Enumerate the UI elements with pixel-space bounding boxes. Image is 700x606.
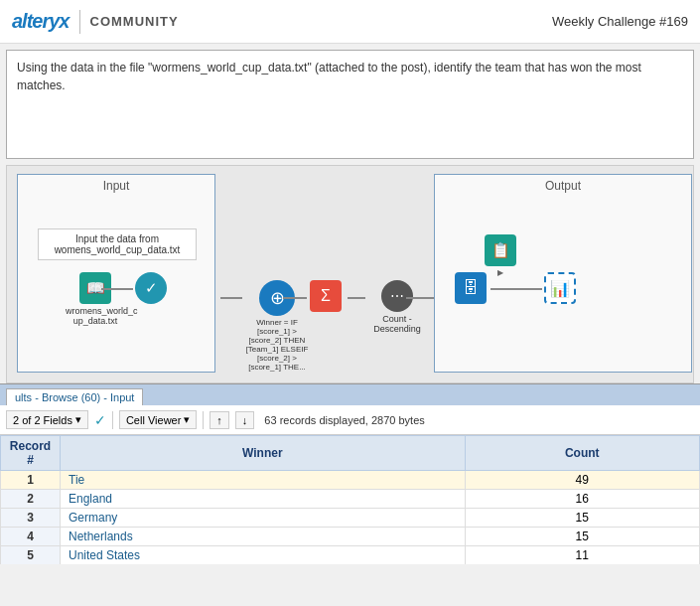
cell-record: 1 [1,471,61,490]
formula-node[interactable]: ⊕ Winner = IF [score_1] > [score_2] THEN… [242,280,312,372]
check-icon: ✓ [94,412,106,428]
connector-4 [348,297,365,299]
connector-3 [283,297,307,299]
arrow-down-icon [242,414,248,426]
record-info: 63 records displayed, 2870 bytes [264,414,424,426]
cell-winner: Tie [61,471,466,490]
input-box-title: Input [18,175,214,195]
output-box-title: Output [435,175,691,195]
sort-desc-button[interactable] [235,411,255,429]
count-label: Count - Descending [367,314,427,334]
connector-output [490,288,542,290]
connector-2 [220,297,242,299]
results-table: Record # Winner Count 1Tie492England163G… [0,435,700,564]
header-divider [79,10,80,34]
canvas-area: Input Input the data from womens_world_c… [6,165,694,383]
cell-winner: United States [61,546,466,565]
input-file-node[interactable]: 📖 wromens_world_c up_data.txt [66,272,125,326]
col-count: Count [465,436,699,471]
table-row: 1Tie49 [1,471,700,490]
cell-winner: Germany [61,509,466,528]
cell-record: 4 [1,528,61,546]
sort-asc-button[interactable] [210,411,229,429]
formula-label: Winner = IF [score_1] > [score_2] THEN [… [242,318,312,372]
description-box: Using the data in the file "wormens_worl… [6,50,694,159]
check-node[interactable]: ✓ [135,272,167,304]
header: alteryx COMMUNITY Weekly Challenge #169 [0,0,700,44]
cell-winner: England [61,490,466,509]
cell-viewer-label: Cell Viewer [126,414,181,426]
col-record: Record # [1,436,61,471]
browse-node-output[interactable]: 📋 ▶ [485,234,516,277]
fields-label: 2 of 2 Fields [13,414,72,426]
input-workflow-box: Input Input the data from womens_world_c… [17,174,215,373]
summarize-node[interactable]: Σ [310,280,342,312]
cell-viewer-dropdown[interactable]: Cell Viewer [119,410,197,429]
cell-record: 3 [1,509,61,528]
connector-1 [101,288,133,290]
fields-chevron-icon [75,413,81,426]
database-node[interactable]: 🗄 [455,272,487,304]
description-text: Using the data in the file "wormens_worl… [17,61,641,92]
arrow-up-icon [216,414,222,426]
results-tab[interactable]: ults - Browse (60) - Input [6,388,143,405]
cell-record: 2 [1,490,61,509]
cell-viewer-chevron-icon [184,413,190,426]
cell-record: 5 [1,546,61,565]
cell-count: 11 [465,546,699,565]
browse-label-output: ▶ [497,268,503,277]
table-row: 4Netherlands15 [1,528,700,546]
results-table-container: Record # Winner Count 1Tie492England163G… [0,435,700,564]
tab-bar: ults - Browse (60) - Input [0,383,700,405]
browse-output-node[interactable]: 📊 [544,272,576,304]
cell-count: 49 [465,471,699,490]
count-node[interactable]: ⋯ Count - Descending [367,280,427,334]
table-row: 3Germany15 [1,509,700,528]
output-workflow-box: Output 📋 ▶ 🗄 📊 [434,174,692,373]
table-row: 2England16 [1,490,700,509]
fields-dropdown[interactable]: 2 of 2 Fields [6,410,88,429]
cell-winner: Netherlands [61,528,466,546]
toolbar: 2 of 2 Fields ✓ Cell Viewer 63 records d… [0,405,700,435]
cell-count: 16 [465,490,699,509]
input-data-label: Input the data from womens_world_cup_dat… [38,228,197,260]
toolbar-divider [112,411,113,429]
alteryx-logo: alteryx [12,10,70,33]
input-file-label: wromens_world_c up_data.txt [66,306,125,326]
community-label: COMMUNITY [90,14,179,29]
toolbar-divider-2 [203,411,204,429]
cell-count: 15 [465,528,699,546]
challenge-title: Weekly Challenge #169 [552,14,688,29]
table-row: 5United States11 [1,546,700,565]
cell-count: 15 [465,509,699,528]
col-winner: Winner [61,436,466,471]
